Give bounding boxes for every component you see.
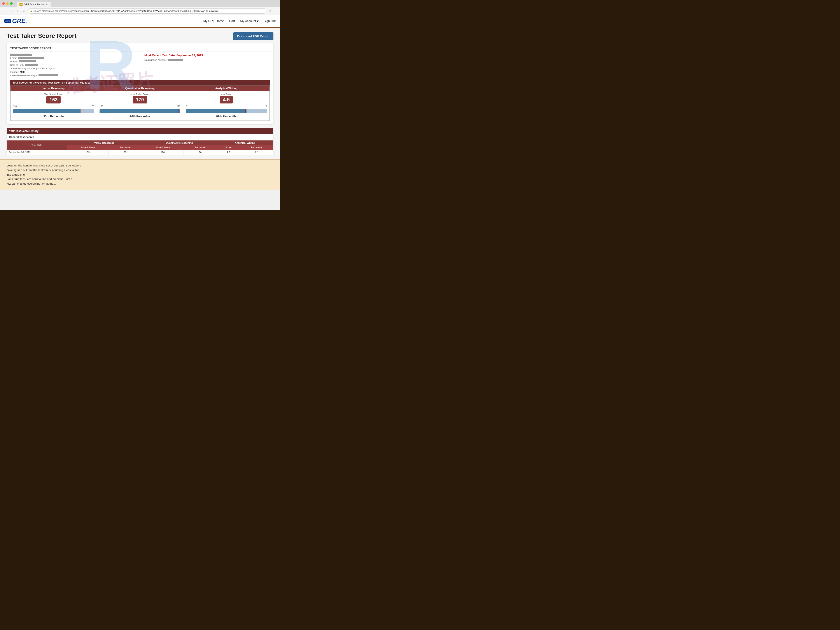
home-button[interactable]: ⌂ (21, 8, 27, 14)
col-quant-pct: Percentile (183, 145, 217, 150)
verbal-score-badge: 163 (46, 96, 61, 103)
my-account-dropdown[interactable]: My Account ▾ (240, 19, 258, 23)
gre-logo: ETS GRE. (5, 17, 27, 25)
aw-min: 0 (186, 105, 187, 107)
secure-icon: 🔒 (30, 9, 33, 12)
close-window-button[interactable] (2, 2, 5, 5)
bookmark-icon[interactable]: ☆ (268, 8, 273, 13)
row1-verbal-score: 163 (67, 150, 109, 155)
reload-button[interactable]: ↻ (15, 8, 20, 14)
table-row: September 08, 2019 163 93 170 96 4.5 82 (7, 150, 273, 155)
email-value (18, 57, 44, 59)
settings-icon[interactable]: ⋮ (273, 8, 278, 13)
row1-date: September 08, 2019 (7, 150, 67, 155)
verbal-min: 130 (13, 105, 17, 107)
aw-bar-marker (245, 109, 246, 113)
history-header: Your Test Score History (7, 128, 273, 134)
report-info-right: Most Recent Test Date: September 08, 201… (140, 54, 270, 77)
book-line-4: Fans, true fans, are hard to find and pr… (6, 177, 273, 182)
history-table: Test Date Verbal Reasoning Quantitative … (7, 141, 273, 155)
col-verbal-scaled: Scaled Score (67, 145, 109, 150)
verbal-max: 170 (90, 105, 94, 107)
book-text-area: being on the hunt for one more set of ey… (0, 159, 280, 189)
most-recent-date: Most Recent Test Date: September 08, 201… (144, 54, 270, 57)
tab-favicon: G (19, 3, 22, 6)
row1-aw-score: 4.5 (217, 150, 240, 155)
dob-line: Date of Birth: (10, 64, 136, 66)
toolbar-actions: ☆ ⋮ (268, 8, 278, 13)
row1-aw-pct: 82 (240, 150, 273, 155)
quant-min: 130 (99, 105, 103, 107)
gre-navigation: My GRE Home Cart My Account ▾ Sign Out (204, 19, 276, 23)
quant-score-badge: 170 (133, 96, 147, 103)
phone-label: Phone: (10, 60, 18, 63)
quant-section-header: Quantitative Reasoning (97, 86, 183, 91)
col-test-date: Test Date (7, 141, 67, 150)
quant-bar-marker (178, 109, 178, 113)
traffic-lights (2, 2, 13, 5)
verbal-score-section: Verbal Reasoning Your Scaled Score: 163 … (11, 86, 97, 120)
quant-score-bar (99, 109, 180, 113)
url-text: https://ereg.ets.org/ereg/scorereports/e… (42, 9, 218, 12)
most-recent-value: September 08, 2019 (176, 54, 203, 57)
secure-label: Secure (33, 9, 41, 12)
registration-value (168, 59, 183, 61)
row1-verbal-pct: 93 (109, 150, 142, 155)
email-label: Email: (10, 57, 17, 59)
aw-max: 6 (265, 105, 267, 107)
name-line (10, 54, 136, 56)
email-line: Email: (10, 57, 136, 59)
maximize-window-button[interactable] (10, 2, 13, 5)
aw-score-label: Your Score: (186, 93, 267, 96)
verbal-bar-fill (13, 109, 80, 113)
address-bar[interactable]: 🔒 Secure https://ereg.ets.org/ereg/score… (28, 8, 267, 14)
quant-score-range: 130 170 (99, 105, 180, 107)
gender-label: Gender: (10, 71, 19, 73)
aw-score-range: 0 6 (186, 105, 267, 107)
active-tab[interactable]: G GRE Score Report ✕ (17, 1, 51, 7)
main-area: R 准考证照片 Test Taker Score Report Download… (0, 28, 280, 159)
grad-major-value (38, 74, 58, 76)
forward-button[interactable]: → (8, 8, 14, 14)
browser-titlebar: G GRE Score Report ✕ (0, 0, 280, 7)
tab-title: GRE Score Report (24, 3, 44, 6)
phone-value (19, 60, 36, 62)
scores-container: Verbal Reasoning Your Scaled Score: 163 … (10, 85, 270, 121)
gender-line: Gender: Male (10, 71, 136, 73)
col-aw-score: Score (217, 145, 240, 150)
gre-logo-text: GRE. (12, 17, 27, 25)
verbal-score-bar (13, 109, 94, 113)
aw-score-bar (186, 109, 267, 113)
download-pdf-button[interactable]: Download PDF Report (233, 32, 273, 40)
my-gre-home-link[interactable]: My GRE Home (204, 19, 224, 23)
sign-out-link[interactable]: Sign Out (264, 19, 276, 23)
score-report-section-title: TEST TAKER SCORE REPORT (10, 47, 270, 51)
quant-score-section: Quantitative Reasoning Your Scaled Score… (97, 86, 183, 120)
tab-close-button[interactable]: ✕ (45, 3, 48, 6)
quant-score-label: Your Scaled Score: (99, 93, 180, 96)
col-aw-pct: Percentile (240, 145, 273, 150)
row1-quant-pct: 96 (183, 150, 217, 155)
aw-bar-fill (186, 109, 246, 113)
book-line-5: few can change everything. What the... (6, 182, 273, 186)
gender-value: Male (20, 71, 25, 73)
browser-chrome: G GRE Score Report ✕ ← → ↻ ⌂ 🔒 Secure ht… (0, 0, 280, 15)
page-content: ETS GRE. My GRE Home Cart My Account ▾ S… (0, 15, 280, 210)
book-line-3: into a true one. (6, 172, 273, 177)
col-verbal-header: Verbal Reasoning (67, 141, 142, 145)
verbal-section-header: Verbal Reasoning (11, 86, 97, 91)
quant-bar-fill (99, 109, 180, 113)
verbal-percentile: 93th Percentile (13, 115, 94, 118)
col-verbal-pct: Percentile (109, 145, 142, 150)
history-section: Your Test Score History General Test Sco… (6, 128, 273, 155)
quant-max: 170 (177, 105, 180, 107)
cart-link[interactable]: Cart (229, 19, 235, 23)
verbal-score-label: Your Scaled Score: (13, 93, 94, 96)
back-button[interactable]: ← (2, 8, 7, 14)
minimize-window-button[interactable] (6, 2, 9, 5)
ssn-line: Social Security Number (Last Four Digits… (10, 67, 136, 70)
score-report-box: TEST TAKER SCORE REPORT Email: Phone: (6, 43, 273, 125)
my-account-link[interactable]: My Account (240, 19, 256, 23)
book-line-1: being on the hunt for one more set of ey… (6, 163, 273, 168)
grad-major-line: Intended Graduate Major: (10, 74, 136, 77)
